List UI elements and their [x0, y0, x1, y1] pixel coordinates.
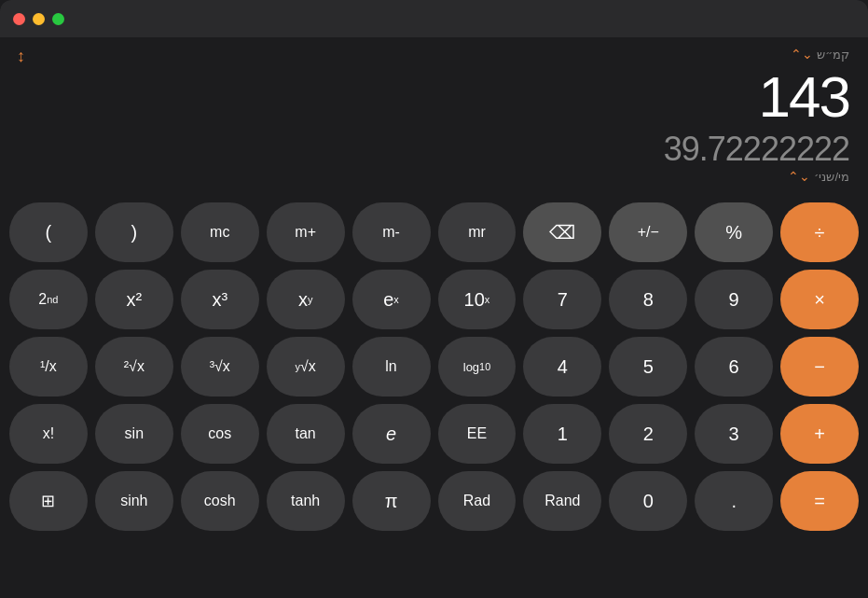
log10-button[interactable]: log10 [438, 337, 517, 396]
exp-e-button[interactable]: ex [352, 270, 431, 329]
sinh-button[interactable]: sinh [95, 471, 173, 531]
sort-icon[interactable]: ↕ [17, 47, 25, 65]
one-button[interactable]: 1 [523, 404, 601, 464]
sort-icon-area: ↕ [17, 47, 25, 66]
tan-button[interactable]: tan [267, 404, 345, 464]
plus-minus-button[interactable]: +/− [609, 202, 687, 262]
memory-clear-button[interactable]: mc [181, 202, 259, 262]
nine-button[interactable]: 9 [695, 270, 773, 329]
backspace-button[interactable]: ⌫ [523, 202, 601, 262]
cube-button[interactable]: x³ [181, 270, 259, 329]
euler-button[interactable]: e [352, 404, 431, 464]
multiply-button[interactable]: × [780, 270, 859, 329]
ee-button[interactable]: EE [438, 404, 517, 464]
secondary-unit-row: ⌃⌄ מי/שני׳ [19, 169, 849, 184]
sin-button[interactable]: sin [95, 404, 173, 464]
button-row-2: 2nd x² x³ xy ex 10x 7 8 9 × [9, 270, 859, 329]
eight-button[interactable]: 8 [609, 270, 687, 329]
zero-button[interactable]: 0 [609, 471, 687, 531]
add-button[interactable]: + [780, 404, 859, 464]
unit-arrows[interactable]: ⌃⌄ [791, 47, 813, 62]
cosh-button[interactable]: cosh [181, 471, 259, 531]
power-button[interactable]: xy [267, 270, 345, 329]
yroot-button[interactable]: y√x [267, 337, 345, 396]
subtract-button[interactable]: − [780, 337, 859, 396]
open-paren-button[interactable]: ( [9, 202, 88, 262]
second-button[interactable]: 2nd [9, 270, 88, 329]
memory-recall-button[interactable]: mr [438, 202, 517, 262]
pi-button[interactable]: π [352, 471, 431, 531]
main-display: 143 [19, 65, 849, 129]
close-paren-button[interactable]: ) [95, 202, 173, 262]
divide-button[interactable]: ÷ [780, 202, 859, 262]
ln-button[interactable]: ln [352, 337, 431, 396]
secondary-display: 39.72222222 [19, 129, 849, 169]
memory-plus-button[interactable]: m+ [267, 202, 345, 262]
cos-button[interactable]: cos [181, 404, 259, 464]
five-button[interactable]: 5 [609, 337, 687, 396]
button-row-5: ⊞ sinh cosh tanh π Rad Rand 0 . = [9, 471, 859, 531]
two-button[interactable]: 2 [609, 404, 687, 464]
rad-button[interactable]: Rad [438, 471, 517, 531]
maximize-button[interactable] [52, 13, 64, 25]
reciprocal-button[interactable]: ¹/x [9, 337, 88, 396]
factorial-button[interactable]: x! [9, 404, 88, 464]
close-button[interactable] [13, 13, 25, 25]
seven-button[interactable]: 7 [523, 270, 601, 329]
sqrt-button[interactable]: ²√x [95, 337, 173, 396]
square-button[interactable]: x² [95, 270, 173, 329]
six-button[interactable]: 6 [695, 337, 773, 396]
button-row-3: ¹/x ²√x ³√x y√x ln log10 4 5 6 − [9, 337, 859, 396]
memory-minus-button[interactable]: m- [352, 202, 431, 262]
four-button[interactable]: 4 [523, 337, 601, 396]
cbrt-button[interactable]: ³√x [181, 337, 259, 396]
minimize-button[interactable] [33, 13, 45, 25]
titlebar [0, 0, 868, 37]
equals-button[interactable]: = [780, 471, 859, 531]
display-area: ⌃⌄ קמ״ש 143 39.72222222 ⌃⌄ מי/שני׳ [0, 37, 868, 197]
buttons-area: ( ) mc m+ m- mr ⌫ +/− % ÷ 2nd x² x³ xy e… [0, 197, 868, 540]
main-unit-row: ⌃⌄ קמ״ש [19, 47, 849, 62]
exp-10-button[interactable]: 10x [438, 270, 517, 329]
button-row-4: x! sin cos tan e EE 1 2 3 + [9, 404, 859, 464]
converter-button[interactable]: ⊞ [9, 471, 88, 531]
decimal-button[interactable]: . [695, 471, 773, 531]
main-unit-label: קמ״ש [817, 48, 849, 62]
button-row-1: ( ) mc m+ m- mr ⌫ +/− % ÷ [9, 202, 859, 262]
percent-button[interactable]: % [695, 202, 773, 262]
rand-button[interactable]: Rand [523, 471, 601, 531]
secondary-unit-label: מי/שני׳ [814, 170, 849, 184]
three-button[interactable]: 3 [695, 404, 773, 464]
tanh-button[interactable]: tanh [267, 471, 345, 531]
secondary-unit-arrows[interactable]: ⌃⌄ [788, 169, 810, 184]
